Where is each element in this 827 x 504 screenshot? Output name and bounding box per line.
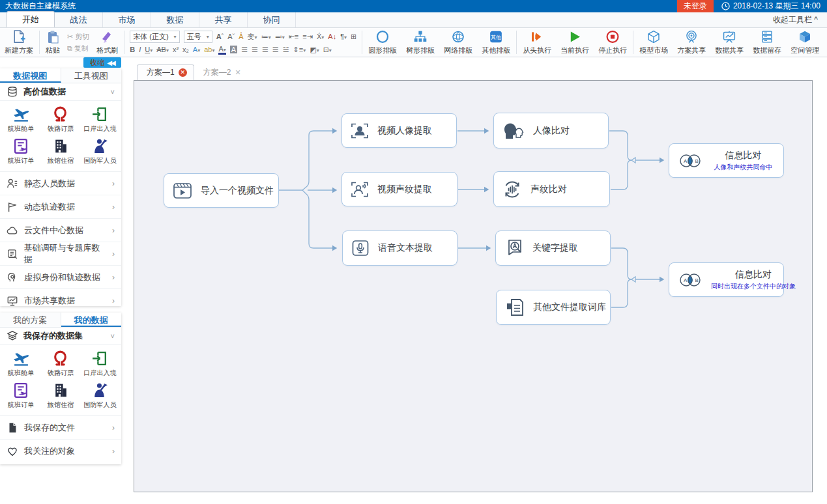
bold-button[interactable]: B — [130, 46, 135, 53]
border-button[interactable]: ⊡▾ — [323, 46, 332, 54]
number-list-button[interactable]: ≕▾ — [275, 33, 285, 41]
flow-node-face-compare[interactable]: 人像比对 — [493, 113, 609, 148]
other-layout-button[interactable]: 其他 其他排版 — [477, 28, 515, 57]
flow-node-import-video[interactable]: 导入一个视频文件 — [164, 173, 279, 208]
menu-tab-tactics[interactable]: 战法 — [55, 12, 103, 27]
italic-button[interactable]: I — [139, 46, 141, 53]
flow-canvas[interactable]: 导入一个视频文件 视频人像提取 — [134, 80, 813, 492]
dataset-border-entry[interactable]: 口岸出入境 — [80, 348, 120, 380]
underline-button[interactable]: U▾ — [145, 46, 152, 53]
sidebar-collapse-button[interactable]: 收缩 ◀◀ — [83, 57, 121, 68]
tab-my-data[interactable]: 我的数据 — [61, 313, 122, 327]
dataset-rail-ticket[interactable]: 铁路订票 — [41, 104, 81, 135]
category-virtual-identity[interactable]: 虚拟身份和轨迹数据› — [0, 266, 121, 289]
canvas-tab-plan2[interactable]: 方案—2 ✕ — [194, 65, 248, 80]
my-followed-objects[interactable]: 我关注的对象› — [0, 440, 121, 463]
close-tab-icon[interactable]: ✕ — [179, 68, 187, 77]
tree-layout-button[interactable]: 树形排版 — [401, 28, 439, 57]
data-retain-button[interactable]: 数据留存 — [748, 28, 786, 57]
dataset-flight-order[interactable]: 航班订单 — [1, 135, 41, 167]
close-tab-icon[interactable]: ✕ — [235, 68, 240, 77]
line-spacing-button[interactable]: ⇕≡▾ — [293, 46, 306, 54]
circle-layout-button[interactable]: 圆形排版 — [364, 28, 401, 57]
model-market-button[interactable]: 模型市场 — [635, 28, 673, 57]
font-name-select[interactable]: 宋体 (正文)▾ — [130, 31, 179, 43]
dataset-border-entry[interactable]: 口岸出入境 — [80, 104, 120, 135]
tab-my-plans[interactable]: 我的方案 — [0, 313, 61, 327]
show-marks-button[interactable]: ¶▾ — [340, 33, 347, 40]
insert-table-button[interactable]: ⊞ — [351, 33, 356, 41]
dataset-military-personnel[interactable]: 国防军人员 — [80, 380, 120, 412]
menu-tab-share[interactable]: 共享 — [199, 12, 248, 27]
align-center-button[interactable]: ☰ — [252, 46, 258, 54]
justify-button[interactable]: ☰ — [272, 46, 279, 54]
flow-node-keyword-extract[interactable]: 关键字提取 — [495, 231, 611, 266]
flow-node-voice-compare[interactable]: 声纹比对 — [493, 171, 610, 207]
login-status-badge[interactable]: 未登录 — [677, 0, 714, 12]
tab-data-view[interactable]: 数据视图 — [0, 68, 61, 83]
collapse-toolbar-button[interactable]: 收起工具栏 ^ — [764, 14, 827, 27]
menu-tab-data[interactable]: 数据 — [151, 12, 199, 27]
highlight-button[interactable]: ab▾ — [204, 46, 214, 53]
indent-increase-button[interactable]: ≡⇥ — [302, 33, 313, 41]
font-size-select[interactable]: 五号▾ — [184, 31, 212, 43]
dataset-rail-ticket[interactable]: 铁路订票 — [41, 348, 81, 380]
network-layout-button[interactable]: 网络排版 — [439, 28, 477, 57]
dataset-flight-manifest[interactable]: 航班舱单 — [1, 348, 41, 380]
strikethrough-button[interactable]: AB▾ — [156, 46, 169, 53]
menu-tab-collab[interactable]: 协同 — [248, 12, 296, 27]
bullet-list-button[interactable]: ≔▾ — [261, 33, 271, 41]
menu-tab-start[interactable]: 开始 — [7, 11, 55, 27]
cut-button[interactable]: ✂剪切 — [67, 32, 89, 42]
indent-decrease-button[interactable]: ⇤≡ — [289, 33, 299, 41]
dataset-hotel-stay[interactable]: 旅馆住宿 — [41, 380, 81, 412]
dataset-flight-order[interactable]: 航班订单 — [1, 380, 41, 412]
data-share-button[interactable]: 数据共享 — [710, 28, 748, 57]
dataset-military-personnel[interactable]: 国防军人员 — [80, 135, 120, 167]
category-dynamic-track[interactable]: 动态轨迹数据› — [0, 195, 121, 219]
flow-node-face-extract[interactable]: 视频人像提取 — [341, 113, 457, 148]
stop-run-button[interactable]: 停止执行 — [594, 28, 631, 57]
sort-button[interactable]: A↓ — [328, 33, 336, 40]
char-scale-button[interactable]: X́▾ — [317, 33, 324, 40]
new-plan-button[interactable]: 新建方案 — [0, 28, 38, 57]
menu-tab-market[interactable]: 市场 — [103, 12, 151, 27]
align-right-button[interactable]: ☰ — [262, 46, 268, 54]
flow-node-other-files-lexicon[interactable]: 其他文件提取词库 — [496, 290, 611, 325]
text-effects-button[interactable]: A▾ — [193, 46, 200, 53]
run-current-button[interactable]: 当前执行 — [556, 28, 594, 57]
category-cloud-file[interactable]: 云文件中心数据› — [0, 219, 121, 242]
char-shading-button[interactable]: A — [230, 46, 237, 53]
grow-font-button[interactable]: Aˆ — [216, 33, 224, 40]
shading-button[interactable]: ◩▾ — [310, 46, 319, 54]
my-saved-files[interactable]: 我保存的文件› — [0, 416, 121, 440]
align-left-button[interactable]: ☰ — [241, 46, 248, 54]
font-color-button[interactable]: A▾ — [218, 45, 225, 55]
section-high-value-data[interactable]: 高价值数据 ˅ — [0, 83, 121, 101]
circle-layout-icon — [374, 29, 391, 44]
superscript-button[interactable]: x² — [173, 46, 179, 53]
run-from-start-button[interactable]: 从头执行 — [518, 28, 556, 57]
distribute-button[interactable]: ☱ — [283, 46, 289, 54]
clear-format-button[interactable]: A̓ — [239, 33, 243, 40]
dataset-hotel-stay[interactable]: 旅馆住宿 — [41, 135, 81, 167]
section-saved-datasets[interactable]: 我保存的数据集 ˅ — [0, 328, 121, 345]
flow-node-info-compare-1[interactable]: A B 信息比对 人像和声纹共同命中 — [669, 143, 784, 178]
space-manage-button[interactable]: 空间管理 — [786, 28, 824, 57]
flow-node-info-compare-2[interactable]: A B 信息比对 同时出现在多个文件中的对象 — [669, 262, 784, 297]
subscript-button[interactable]: x₂ — [182, 46, 189, 53]
dataset-flight-manifest[interactable]: 航班舱单 — [1, 104, 41, 135]
change-case-button[interactable]: 变▾ — [248, 32, 257, 42]
shrink-font-button[interactable]: Aˇ — [227, 33, 235, 40]
paste-button[interactable]: 粘贴 — [41, 28, 65, 57]
canvas-tab-plan1[interactable]: 方案—1 ✕ — [137, 64, 194, 80]
category-static-person[interactable]: 静态人员数据› — [0, 172, 121, 195]
plan-share-button[interactable]: 方案共享 — [673, 28, 710, 57]
flow-node-speech-text[interactable]: 语音文本提取 — [342, 231, 457, 266]
tab-tool-view[interactable]: 工具视图 — [61, 68, 122, 83]
category-market-share[interactable]: 市场共享数据› — [0, 289, 121, 313]
format-painter-button[interactable]: 格式刷 — [92, 28, 123, 57]
copy-button[interactable]: ⧉复制 — [67, 44, 89, 53]
category-survey-library[interactable]: 基础调研与专题库数据› — [0, 242, 121, 266]
flow-node-voiceprint-extract[interactable]: 视频声纹提取 — [341, 172, 457, 206]
